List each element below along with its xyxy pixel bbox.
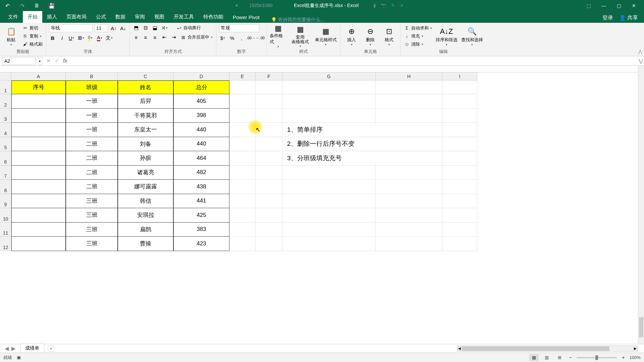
wrap-text-button[interactable]: ⮐自动换行 (175, 24, 202, 31)
cell[interactable] (256, 180, 282, 194)
table-format-button[interactable]: ▦套用 表格格式▾ (288, 24, 312, 48)
cell[interactable] (11, 194, 66, 208)
row-header-12[interactable]: 12 (0, 237, 11, 251)
cell[interactable]: 一班 (66, 94, 118, 109)
tab-review[interactable]: 审阅 (130, 11, 150, 23)
hscroll-right-icon[interactable]: ▶ (633, 346, 638, 351)
cell[interactable] (442, 80, 477, 94)
cut-button[interactable]: ✂剪切 (21, 25, 43, 32)
cell[interactable]: 三班 (66, 208, 118, 223)
cell[interactable] (442, 94, 477, 109)
cell[interactable] (229, 123, 256, 137)
redo-icon[interactable]: ↷ (18, 2, 26, 10)
cell[interactable] (282, 237, 376, 251)
format-cell-button[interactable]: ⊡格式▾ (381, 24, 397, 48)
cell[interactable]: 398 (173, 109, 229, 123)
tab-formulas[interactable]: 公式 (91, 11, 111, 23)
row-header-3[interactable]: 3 (0, 109, 11, 123)
format-painter-button[interactable]: 🖌格式刷 (21, 41, 43, 48)
cell[interactable]: 二班 (66, 151, 118, 166)
cell[interactable]: 2、删除一行后序号不变 (282, 137, 376, 152)
align-middle-icon[interactable]: ⊟ (142, 24, 149, 32)
cancel-formula-icon[interactable]: ✕ (46, 58, 51, 64)
zoom-slider[interactable] (577, 357, 617, 358)
formula-input[interactable] (70, 57, 637, 65)
cell[interactable]: 后羿 (118, 94, 173, 109)
cell[interactable] (11, 109, 66, 123)
cell[interactable] (442, 180, 477, 194)
cell[interactable] (256, 123, 282, 137)
increase-indent-icon[interactable]: ⇥ (170, 34, 177, 41)
clear-button[interactable]: ◇清除▾ (403, 41, 433, 48)
cell[interactable] (256, 223, 282, 237)
column-header-A[interactable]: A (11, 72, 66, 80)
cell[interactable] (376, 180, 442, 194)
increase-decimal-icon[interactable]: .00→ (247, 34, 255, 42)
row-header-8[interactable]: 8 (0, 180, 11, 194)
column-header-C[interactable]: C (118, 72, 173, 80)
column-header-D[interactable]: D (173, 72, 229, 80)
row-header-5[interactable]: 5 (0, 137, 11, 152)
cell[interactable] (256, 166, 282, 180)
sheet-tab-active[interactable]: 成绩单 (20, 344, 44, 353)
cell[interactable]: 一班 (66, 123, 118, 137)
tab-pagelayout[interactable]: 页面布局 (62, 11, 91, 23)
cell[interactable] (376, 109, 442, 123)
cell[interactable] (229, 137, 256, 152)
cell[interactable] (256, 151, 282, 166)
cell[interactable] (11, 237, 66, 251)
cell[interactable]: 总分 (173, 80, 229, 94)
tab-insert[interactable]: 插入 (42, 11, 62, 23)
cell[interactable] (11, 151, 66, 166)
tab-developer[interactable]: 开发工具 (169, 11, 199, 23)
cell[interactable]: 482 (173, 166, 229, 180)
cell[interactable] (256, 208, 282, 223)
doc-icon[interactable]: 🗎 (33, 2, 41, 10)
fill-color-icon[interactable]: ◊▾ (87, 34, 94, 42)
cell[interactable] (442, 166, 477, 180)
cell[interactable] (442, 223, 477, 237)
cell[interactable] (256, 237, 282, 251)
align-left-icon[interactable]: ≡ (132, 34, 140, 41)
decrease-indent-icon[interactable]: ⇤ (161, 34, 168, 41)
row-header-4[interactable]: 4 (0, 123, 11, 137)
vertical-scrollbar[interactable] (638, 66, 644, 344)
align-right-icon[interactable]: ≡ (151, 34, 159, 41)
tab-view[interactable]: 视图 (150, 11, 169, 23)
delete-cell-button[interactable]: ⊖删除▾ (362, 24, 379, 48)
cell[interactable] (256, 94, 282, 109)
name-box-dropdown-icon[interactable]: ▾ (38, 57, 42, 65)
close-icon[interactable]: ✕ (629, 1, 639, 11)
cell[interactable] (229, 94, 256, 109)
sheet-prev-icon[interactable]: ◀ (5, 345, 9, 352)
cell[interactable] (229, 80, 256, 94)
autosum-button[interactable]: Σ自动求和▾ (403, 25, 433, 32)
add-sheet-button[interactable]: + (48, 345, 54, 352)
cell[interactable]: 405 (173, 94, 229, 109)
column-header-I[interactable]: I (442, 72, 477, 80)
cell[interactable] (11, 180, 66, 194)
cell[interactable]: 1、简单排序 (282, 123, 376, 137)
cell[interactable] (376, 151, 442, 166)
cell[interactable]: 序号 (11, 80, 66, 94)
zoom-thumb[interactable] (595, 355, 598, 360)
row-header-6[interactable]: 6 (0, 151, 11, 166)
cell[interactable] (282, 109, 376, 123)
align-center-icon[interactable]: ≡ (142, 34, 149, 41)
cell[interactable] (442, 137, 477, 152)
column-header-G[interactable]: G (282, 72, 376, 80)
cell[interactable]: 二班 (66, 137, 118, 152)
border-icon[interactable]: ⊞▾ (77, 34, 85, 42)
cell[interactable]: 刘备 (118, 137, 173, 152)
cell[interactable]: 425 (173, 208, 229, 223)
cell[interactable] (229, 151, 256, 166)
cell[interactable]: 班级 (66, 80, 118, 94)
cell[interactable] (442, 237, 477, 251)
cell[interactable] (11, 94, 66, 109)
row-header-10[interactable]: 10 (0, 208, 11, 223)
cell[interactable]: 383 (173, 223, 229, 237)
cell[interactable]: 安琪拉 (118, 208, 173, 223)
cell[interactable] (11, 123, 66, 137)
cell[interactable] (442, 151, 477, 166)
vscroll-thumb[interactable] (639, 317, 643, 337)
